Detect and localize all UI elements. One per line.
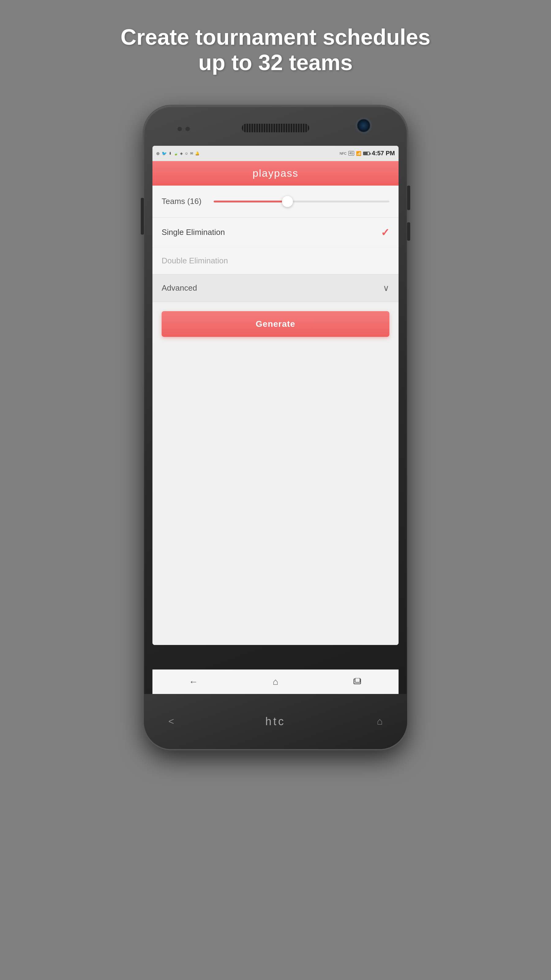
download-icon: ⬇ xyxy=(169,151,172,156)
slider-fill xyxy=(214,200,287,202)
htc-back-icon[interactable]: < xyxy=(168,716,174,727)
htc-bottom-bar: < htc ⌂ xyxy=(144,694,407,749)
speaker-grille xyxy=(242,124,309,132)
back-nav-icon: ← xyxy=(189,676,198,687)
advanced-label: Advanced xyxy=(162,283,197,293)
double-elimination-label: Double Elimination xyxy=(162,256,228,266)
phone-screen: ⊕ 🐦 ⬇ 🍃 ◈ ☺ ✉ 🔔 NFC 4G 📶 4:57 PM xyxy=(152,146,399,645)
sensor-dot-1 xyxy=(178,127,182,131)
front-sensors xyxy=(178,127,190,131)
sensor-dot-2 xyxy=(186,127,190,131)
status-icons-right: NFC 4G 📶 4:57 PM xyxy=(340,150,395,157)
slider-track xyxy=(214,200,389,202)
app-icon-3: 🔔 xyxy=(195,151,200,156)
selected-checkmark-icon: ✓ xyxy=(381,226,389,239)
svg-rect-1 xyxy=(355,678,360,682)
lte-icon: 4G xyxy=(348,151,354,156)
teams-slider-container[interactable] xyxy=(214,196,389,208)
htc-brand-logo: htc xyxy=(265,715,286,728)
camera-button[interactable] xyxy=(407,222,410,241)
app-icon-2: ✉ xyxy=(190,151,193,156)
nav-icon-symbol: ⊕ xyxy=(156,151,160,156)
app-logo: playpass xyxy=(252,167,299,179)
front-camera xyxy=(357,119,370,132)
elimination-section: Single Elimination ✓ Double Elimination xyxy=(152,218,399,274)
phone-body: ⊕ 🐦 ⬇ 🍃 ◈ ☺ ✉ 🔔 NFC 4G 📶 4:57 PM xyxy=(144,106,407,749)
recents-nav-icon xyxy=(353,676,362,687)
recents-nav-button[interactable] xyxy=(348,673,367,691)
status-bar: ⊕ 🐦 ⬇ 🍃 ◈ ☺ ✉ 🔔 NFC 4G 📶 4:57 PM xyxy=(152,146,399,161)
double-elimination-option[interactable]: Double Elimination xyxy=(152,247,399,274)
teams-label: Teams (16) xyxy=(162,197,208,206)
app-icon-1: ☺ xyxy=(184,151,188,156)
android-nav-bar: ← ⌂ xyxy=(152,670,399,694)
battery-icon xyxy=(363,151,370,155)
nfc-icon: NFC xyxy=(340,151,346,155)
generate-section: Generate xyxy=(152,302,399,645)
phone-device: ⊕ 🐦 ⬇ 🍃 ◈ ☺ ✉ 🔔 NFC 4G 📶 4:57 PM xyxy=(144,106,407,749)
home-nav-icon: ⌂ xyxy=(273,676,278,687)
generate-button[interactable]: Generate xyxy=(162,311,389,337)
htc-home-icon[interactable]: ⌂ xyxy=(377,716,383,727)
battery-fill xyxy=(364,152,368,155)
header-line2: up to 32 teams xyxy=(198,50,353,75)
wifi-icon: ◈ xyxy=(180,151,183,156)
teams-section: Teams (16) xyxy=(152,186,399,218)
signal-bars: 📶 xyxy=(356,151,361,156)
volume-button[interactable] xyxy=(141,198,144,235)
app-header: playpass xyxy=(152,161,399,186)
advanced-section[interactable]: Advanced ∨ xyxy=(152,274,399,302)
single-elimination-option[interactable]: Single Elimination ✓ xyxy=(152,218,399,247)
home-nav-button[interactable]: ⌂ xyxy=(266,673,285,691)
chevron-down-icon: ∨ xyxy=(383,283,389,293)
twitter-icon: 🐦 xyxy=(162,151,167,156)
header-line1: Create tournament schedules xyxy=(121,25,430,49)
page-header: Create tournament schedules up to 32 tea… xyxy=(121,24,430,75)
leaf-icon: 🍃 xyxy=(173,151,178,156)
power-button[interactable] xyxy=(407,186,410,210)
status-icons-left: ⊕ 🐦 ⬇ 🍃 ◈ ☺ ✉ 🔔 xyxy=(156,151,200,156)
slider-thumb[interactable] xyxy=(282,196,293,207)
single-elimination-label: Single Elimination xyxy=(162,228,225,237)
app-content: Teams (16) Single Elimination ✓ xyxy=(152,186,399,645)
status-time: 4:57 PM xyxy=(372,150,395,157)
back-nav-button[interactable]: ← xyxy=(184,673,203,691)
